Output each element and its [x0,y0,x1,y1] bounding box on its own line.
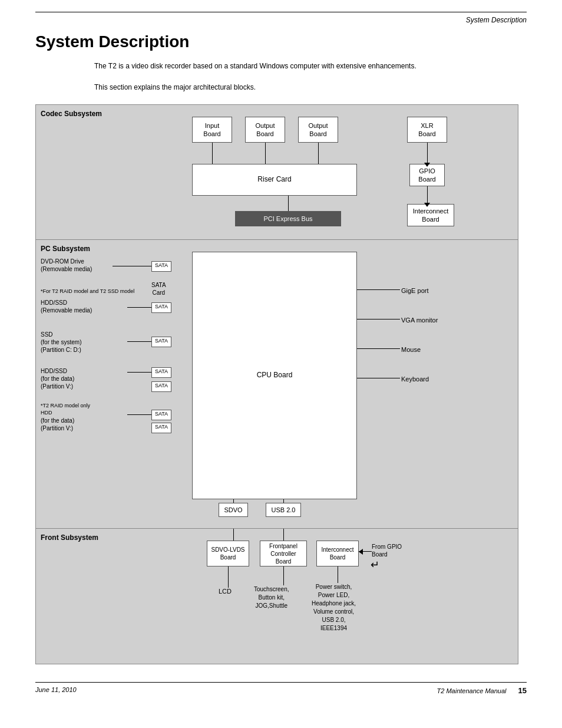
hdd-data-label: HDD/SSD(for the data)(Partition V:) [41,367,74,390]
line-sdvo-lcd [228,566,229,588]
sata-dvd: SATA [151,261,171,272]
xlr-board: XLRBoard [407,117,447,143]
hdd-raid-label: (for the data)(Partition V:) [41,417,74,432]
line-cpu-sdvo [233,499,234,503]
line-cpu-usb [283,499,284,503]
line-interconnect-power [338,566,338,583]
sata-card-label: SATACard [151,281,166,297]
line-input-riser [212,143,213,164]
line-dvd-sata [113,266,151,266]
sata-raid1: SATA [151,410,171,420]
line-sdvo-down [233,529,234,541]
interconnect-board-front: InterconnectBoard [316,541,359,566]
line-output2-riser [318,143,319,164]
vga-monitor-label: VGA monitor [401,317,438,324]
page-title: System Description [35,32,527,51]
intro-line3: This section explains the major architec… [94,82,436,93]
header-section-title: System Description [35,16,527,24]
line-hdd-sata [127,307,151,308]
line-mouse [357,348,400,349]
line-hdd2-sata [127,372,151,373]
line-gpio-interconnect [427,186,428,204]
interconnect-board-codec: InterconnectBoard [407,204,454,226]
touchscreen-label: Touchscreen,Button kit,JOG,Shuttle [254,585,289,610]
gpio-board: GPIOBoard [409,164,445,186]
cpu-board: CPU Board [192,252,357,499]
from-gpio-label: From GPIOBoard [372,543,402,558]
output-board-2: OutputBoard [298,117,338,143]
dvd-rom-label: DVD-ROM Drive(Removable media) [41,258,92,273]
line-ssd-sata [127,341,151,342]
codec-subsystem: Codec Subsystem InputBoard OutputBoard O… [35,104,518,240]
mouse-label: Mouse [401,346,421,353]
output-board-1: OutputBoard [245,117,285,143]
gige-port-label: GigE port [401,287,428,294]
codec-label: Codec Subsystem [41,110,102,118]
pc-label: PC Subsystem [41,245,90,253]
line-vga [357,319,400,319]
input-board: InputBoard [192,117,232,143]
power-switch-label: Power switch,Power LED,Headphone jack,Vo… [312,583,356,633]
frontpanel-controller-board: FrontpanelControllerBoard [260,541,307,566]
intro-text: The T2 is a video disk recorder based on… [94,61,436,93]
lcd-label: LCD [219,588,232,595]
footer: June 11, 2010 T2 Maintenance Manual 15 [35,682,527,695]
front-label: Front Subsystem [41,533,98,542]
line-raid-sata [127,414,151,415]
front-subsystem: Front Subsystem SDVO-LVDSBoard Frontpane… [35,529,518,664]
page: System Description System Description Th… [0,0,562,728]
line-gige [357,289,400,290]
footer-date: June 11, 2010 [35,686,77,695]
hdd-removable-label: HDD/SSD(Removable media) [41,299,92,314]
keyboard-label: Keyboard [401,375,429,383]
diagram: Codec Subsystem InputBoard OutputBoard O… [35,104,518,664]
usb20-box: USB 2.0 [266,503,301,517]
sata-hdd-removable: SATA [151,302,171,313]
sata-raid2: SATA [151,423,171,433]
pci-express-bus: PCI Express Bus [235,211,341,226]
return-arrow-icon: ↵ [371,558,379,571]
line-output1-riser [265,143,266,164]
sata-hdd-data2: SATA [151,381,171,392]
sata-ssd: SATA [151,337,171,347]
top-rule [35,12,527,12]
riser-card: Riser Card [192,164,357,196]
line-xlr-gpio [427,143,428,164]
arrow-from-gpio [359,549,363,555]
footer-right: T2 Maintenance Manual 15 [437,686,527,695]
intro-line1: The T2 is a video disk recorder based on… [94,61,436,71]
line-fc-touch [283,566,284,585]
sdvo-box: SDVO [219,503,248,517]
footer-manual-title: T2 Maintenance Manual [437,687,507,694]
line-usb-down [283,529,284,541]
line-riser-pci [288,196,289,211]
line-keyboard [357,378,400,378]
page-number: 15 [518,686,527,695]
ssd-system-label: SSD(for the system)(Partition C: D:) [41,331,81,354]
sdvo-lvds-board: SDVO-LVDSBoard [207,541,249,566]
arrow-gpio [424,163,430,167]
arrow-interconnect [424,203,430,207]
pc-subsystem: PC Subsystem CPU Board DVD-ROM Drive(Rem… [35,240,518,529]
sata-hdd-data1: SATA [151,367,171,378]
raid-note-label: *For T2 RAID model and T2 SSD model [41,288,134,295]
raid-only-note: *T2 RAID model onlyHDD [41,403,90,416]
